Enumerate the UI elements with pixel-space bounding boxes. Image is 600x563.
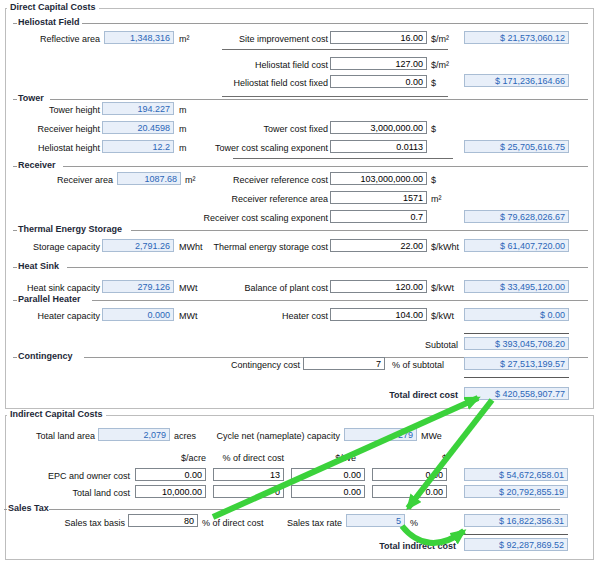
sales-tax-rate-unit: %: [410, 518, 418, 528]
heliostat-field-total: $ 171,236,164.66: [464, 74, 569, 87]
land-fixed-input[interactable]: 0.00: [372, 485, 447, 498]
total-indirect-sum-line: [464, 534, 568, 535]
tower-height-label: Tower height: [0, 105, 100, 115]
tower-scaling-exponent-label: Tower cost scaling exponent: [150, 143, 328, 153]
divider: [222, 49, 448, 50]
sales-tax-divider: [49, 509, 560, 510]
receiver-divider: [63, 166, 588, 167]
land-per-we-input[interactable]: 0.00: [291, 485, 365, 498]
reflective-area-label: Reflective area: [0, 34, 100, 44]
heater-cost-input[interactable]: 104.00: [330, 308, 427, 321]
receiver-reference-area-label: Receiver reference area: [150, 194, 328, 204]
receiver-title: Receiver: [18, 160, 56, 170]
direct-capital-costs-title: Direct Capital Costs: [7, 2, 99, 12]
bop-cost-unit: $/kWt: [431, 283, 454, 293]
sales-tax-total: $ 16,822,356.31: [464, 514, 568, 527]
heliostat-field-cost-fixed-input[interactable]: 0.00: [330, 75, 427, 88]
capital-costs-page: Direct Capital Costs Heliostat Field Ref…: [0, 0, 600, 563]
tes-divider: [131, 230, 588, 231]
land-per-acre-input[interactable]: 10,000.00: [135, 485, 206, 498]
sales-tax-rate-label: Sales tax rate: [222, 518, 342, 528]
storage-capacity-label: Storage capacity: [0, 242, 100, 252]
heliostat-field-cost-input[interactable]: 127.00: [330, 57, 427, 70]
tower-cost-fixed-unit: $: [431, 124, 436, 134]
receiver-height-label: Receiver height: [0, 124, 100, 134]
tower-divider: [50, 99, 588, 100]
total-direct-cost-value: $ 420,558,907.77: [464, 387, 569, 400]
total-indirect-cost-value: $ 92,287,869.52: [464, 538, 568, 551]
total-direct-cost-label: Total direct cost: [296, 390, 458, 400]
epc-per-acre-input[interactable]: 0.00: [135, 468, 206, 481]
col-header-per-we: $/We: [256, 453, 356, 463]
receiver-total: $ 79,628,026.67: [464, 210, 569, 223]
contingency-total: $ 27,513,199.57: [464, 357, 569, 370]
heater-cost-label: Heater cost: [150, 311, 328, 321]
heliostat-field-divider: [82, 23, 588, 24]
tower-total: $ 25,705,616.75: [464, 140, 569, 153]
sales-tax-basis-input[interactable]: 80: [128, 514, 198, 527]
heliostat-field-title: Heliostat Field: [18, 17, 80, 27]
tower-scaling-exponent-input[interactable]: 0.0113: [330, 140, 427, 153]
tower-title: Tower: [18, 93, 44, 103]
parallel-heater-title: Parallel Heater: [18, 294, 81, 304]
land-pct-direct-input[interactable]: 0: [213, 485, 284, 498]
heat-sink-divider: [67, 267, 588, 268]
sales-tax-title: Sales Tax: [8, 503, 49, 513]
divider: [13, 166, 17, 167]
subtotal-value: $ 393,045,708.20: [464, 337, 569, 350]
site-improvement-cost-input[interactable]: 16.00: [330, 31, 427, 44]
receiver-reference-cost-input[interactable]: 103,000,000.00: [330, 172, 427, 185]
total-direct-sum-line: [464, 377, 569, 378]
divider: [4, 509, 7, 510]
contingency-cost-label: Contingency cost: [150, 360, 300, 370]
epc-per-we-input[interactable]: 0.00: [291, 468, 365, 481]
receiver-reference-cost-unit: $: [431, 175, 436, 185]
parallel-heater-divider: [92, 300, 588, 301]
col-header-dollars: $: [347, 453, 447, 463]
nameplate-capacity-label: Cycle net (nameplate) capacity: [180, 431, 340, 441]
bop-cost-label: Balance of plant cost: [150, 283, 328, 293]
bop-cost-input[interactable]: 120.00: [330, 280, 427, 293]
epc-total: $ 54,672,658.01: [464, 468, 568, 481]
epc-owner-cost-label: EPC and owner cost: [0, 471, 130, 481]
epc-fixed-input[interactable]: 0.00: [372, 468, 447, 481]
heliostat-field-cost-unit: $/m²: [431, 60, 449, 70]
tower-cost-fixed-label: Tower cost fixed: [150, 124, 328, 134]
indirect-capital-costs-title: Indirect Capital Costs: [7, 409, 106, 419]
divider: [233, 158, 453, 159]
heat-sink-capacity-label: Heat sink capacity: [0, 283, 100, 293]
tes-title: Thermal Energy Storage: [18, 224, 122, 234]
epc-pct-direct-input[interactable]: 13: [213, 468, 284, 481]
receiver-scaling-exponent-label: Receiver cost scaling exponent: [150, 213, 328, 223]
contingency-title: Contingency: [18, 351, 73, 361]
divider: [13, 357, 17, 358]
divider: [222, 96, 448, 97]
receiver-scaling-exponent-input[interactable]: 0.7: [330, 210, 427, 223]
heat-sink-total: $ 33,495,120.00: [464, 280, 569, 293]
tower-cost-fixed-input[interactable]: 3,000,000.00: [330, 121, 427, 134]
sales-tax-rate-value: 5: [346, 514, 405, 527]
land-cost-total: $ 20,792,855.19: [464, 485, 568, 498]
total-land-area-value: 2,079: [98, 428, 170, 441]
heliostat-field-cost-fixed-label: Heliostat field cost fixed: [150, 78, 328, 88]
tower-height-value: 194.227: [102, 102, 174, 115]
sales-tax-basis-label: Sales tax basis: [40, 518, 125, 528]
receiver-reference-area-unit: m²: [431, 194, 442, 204]
heliostat-field-cost-fixed-unit: $: [431, 78, 436, 88]
divider: [13, 99, 17, 100]
receiver-reference-cost-label: Receiver reference cost: [150, 175, 328, 185]
tower-height-unit: m: [179, 105, 187, 115]
heater-total: $ 0.00: [464, 308, 569, 321]
contingency-cost-input[interactable]: 7: [303, 357, 385, 370]
contingency-cost-unit: % of subtotal: [392, 360, 444, 370]
divider: [13, 300, 17, 301]
tes-cost-label: Thermal energy storage cost: [150, 242, 328, 252]
divider: [13, 267, 17, 268]
total-land-area-label: Total land area: [0, 431, 95, 441]
subtotal-label: Subtotal: [336, 340, 458, 350]
receiver-reference-area-input[interactable]: 1571: [330, 191, 427, 204]
site-improvement-cost-label: Site improvement cost: [150, 34, 328, 44]
tes-cost-input[interactable]: 22.00: [330, 239, 427, 252]
site-improvement-total: $ 21,573,060.12: [464, 31, 569, 44]
nameplate-capacity-unit: MWe: [421, 431, 442, 441]
